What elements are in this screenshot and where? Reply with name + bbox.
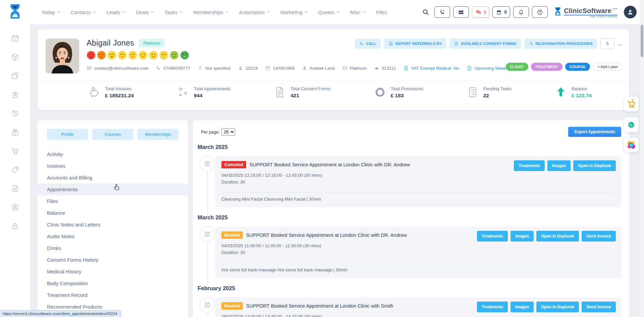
client-detail-text: VAT Exempt Medical: No	[411, 66, 459, 71]
inbox-button[interactable]	[453, 6, 469, 18]
store-button[interactable]: 0	[492, 6, 510, 18]
tab-profile[interactable]: Profile	[47, 129, 88, 140]
send-invoice-button[interactable]: Send Invoice	[582, 302, 616, 312]
timeline-line	[207, 242, 208, 287]
sidebar-item-files[interactable]: Files	[47, 195, 178, 207]
tab-courses[interactable]: Courses	[92, 129, 133, 140]
doc-arrow-icon	[404, 65, 409, 71]
member-icon[interactable]	[11, 203, 19, 212]
calendar-date-icon[interactable]: 12	[11, 34, 19, 43]
search-icon[interactable]	[422, 8, 429, 16]
chat-button[interactable]: 3	[472, 6, 490, 18]
appointment-group: March 2025BookedSUPPORT Booked Service A…	[198, 214, 621, 278]
floating-cart-button[interactable]	[624, 97, 639, 111]
sidebar-tabs: ProfileCoursesMemberships	[47, 129, 178, 140]
nav-item-deals[interactable]: Deals	[136, 9, 153, 15]
floating-ai-button[interactable]: AI	[624, 138, 639, 152]
sidebar-item-balance[interactable]: Balance	[47, 207, 178, 219]
rejuvenation-procedures-button[interactable]: REJUVENATION PROCEDURES	[524, 39, 597, 49]
satisfaction-emoji-10[interactable]	[180, 51, 189, 60]
open-in-daybook-button[interactable]: Open In Daybook	[573, 160, 616, 171]
export-appointments-button[interactable]: Export Appointments	[568, 127, 621, 137]
sidebar-item-invoices[interactable]: Invoices	[47, 160, 178, 172]
page-scrollbar[interactable]	[640, 0, 644, 317]
timeline	[198, 156, 215, 207]
treatments-button[interactable]: Treatments	[477, 302, 508, 312]
satisfaction-emoji-4[interactable]	[118, 51, 127, 60]
sidebar-item-clinic-notes-and-letters[interactable]: Clinic Notes and Letters	[47, 219, 178, 230]
nav-item-misc[interactable]: Misc	[350, 9, 365, 15]
images-button[interactable]: Images	[547, 160, 571, 171]
action-label: SELECT	[606, 42, 609, 45]
satisfaction-emoji-2[interactable]	[97, 51, 106, 60]
sidebar-item-consent-forms-history[interactable]: Consent Forms History	[47, 254, 178, 266]
history-icon[interactable]	[11, 109, 19, 118]
client-details-row: contact@clinicsoftware.com07490009777Not…	[87, 65, 513, 71]
cart-icon[interactable]	[11, 147, 19, 155]
stat-total-appointments: Total Appointments944	[177, 86, 231, 99]
nav-item-today[interactable]: Today	[42, 9, 60, 15]
open-in-daybook-button[interactable]: Open In Daybook	[536, 231, 579, 242]
sidebar-item-drinks[interactable]: Drinks	[47, 242, 178, 254]
add-label-button[interactable]: + Add Label	[593, 63, 623, 71]
nav-item-files[interactable]: Files	[376, 9, 387, 15]
appointment-title: SUPPORT Booked Service Appointment at Lo…	[250, 162, 410, 167]
satisfaction-emoji-6[interactable]	[139, 51, 148, 60]
more-options-button[interactable]: ...	[618, 41, 623, 46]
satisfaction-emoji-1[interactable]	[87, 51, 96, 60]
app-logo-icon[interactable]	[7, 3, 23, 21]
satisfaction-emoji-3[interactable]	[107, 51, 116, 60]
sidebar-item-body-composition[interactable]: Body Composition	[47, 277, 178, 289]
action-label: REJUVENATION PROCEDURES	[536, 42, 593, 46]
price-tag-icon[interactable]	[11, 165, 19, 174]
gift-icon[interactable]	[11, 128, 19, 137]
calendar-plus-icon	[200, 226, 215, 242]
sidebar-item-accounts-and-billing[interactable]: Accounts and Billing	[47, 172, 178, 183]
sidebar-item-activity[interactable]: Activity	[47, 148, 178, 160]
satisfaction-emoji-8[interactable]	[159, 51, 168, 60]
nav-item-tasks[interactable]: Tasks	[164, 9, 182, 15]
chevron-down-icon	[363, 10, 366, 13]
help-button[interactable]	[532, 6, 548, 18]
tab-memberships[interactable]: Memberships	[138, 129, 178, 140]
package-icon[interactable]	[11, 53, 19, 61]
nav-item-quotes[interactable]: Quotes	[318, 9, 339, 15]
report-referrals-by-button[interactable]: REPORT REFERRALS BY	[384, 39, 446, 49]
call-button[interactable]: CALL	[355, 39, 381, 49]
open-in-daybook-button[interactable]: Open In Daybook	[536, 302, 579, 312]
select-button[interactable]: SELECT	[600, 38, 614, 49]
satisfaction-emoji-9[interactable]	[170, 51, 179, 60]
floating-whatsapp-button[interactable]	[624, 117, 639, 132]
nav-item-memberships[interactable]: Memberships	[193, 9, 228, 15]
nav-item-contacts[interactable]: Contacts	[71, 9, 95, 15]
images-button[interactable]: Images	[511, 231, 534, 242]
sidebar-item-treatment-record[interactable]: Treatment Record	[47, 289, 178, 301]
sidebar-item-medical-history[interactable]: Medical History	[47, 266, 178, 277]
client-header-card: Abigail Jones Platinum contact@clinicsof…	[38, 30, 629, 110]
appointment-buttons: TreatmentsImagesOpen In DaybookSend Invo…	[477, 302, 616, 312]
copy-icon[interactable]	[11, 71, 19, 80]
pointer-icon: SELECT	[605, 41, 610, 46]
client-detail[interactable]: VAT Exempt Medical: No	[404, 65, 459, 71]
images-button[interactable]: Images	[511, 302, 534, 312]
lock-icon[interactable]	[11, 222, 19, 230]
sidebar-item-audio-notes[interactable]: Audio Notes	[47, 230, 178, 242]
treatments-button[interactable]: Treatments	[477, 231, 508, 242]
scrollbar-thumb[interactable]	[641, 25, 643, 57]
report-icon[interactable]	[11, 184, 19, 193]
user-avatar[interactable]	[624, 6, 637, 18]
satisfaction-emoji-7[interactable]	[149, 51, 158, 60]
nav-item-automation[interactable]: Automation	[239, 9, 269, 15]
client-sidebar-panel: ProfileCoursesMemberships ActivityInvoic…	[38, 120, 188, 317]
send-invoice-button[interactable]: Send Invoice	[582, 231, 616, 242]
bag-icon[interactable]	[11, 90, 19, 99]
per-page-select[interactable]: 25	[221, 128, 235, 136]
sidebar-item-appointments[interactable]: Appointments	[38, 183, 188, 195]
available-consent-forms-button[interactable]: AVAILABLE CONSENT FORMS	[449, 39, 521, 49]
treatments-button[interactable]: Treatments	[514, 160, 545, 171]
satisfaction-emoji-5[interactable]	[128, 51, 137, 60]
bell-button[interactable]	[513, 6, 529, 18]
nav-item-leads[interactable]: Leads	[106, 9, 125, 15]
phone-button[interactable]	[434, 6, 450, 18]
nav-item-marketing[interactable]: Marketing	[280, 9, 307, 15]
